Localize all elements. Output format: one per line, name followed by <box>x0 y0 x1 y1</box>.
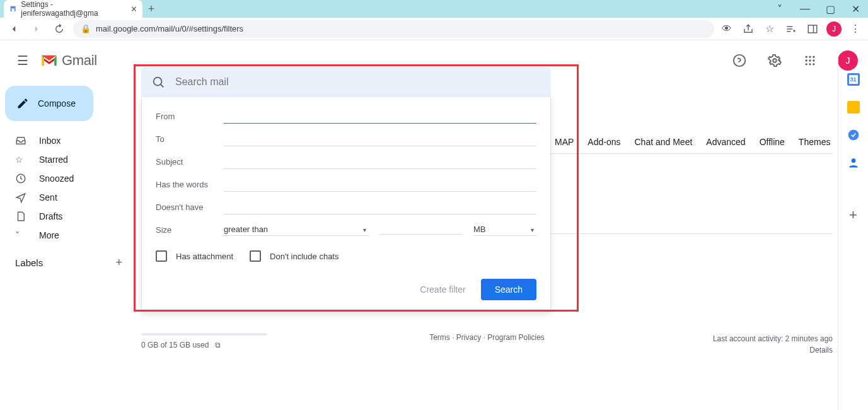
gmail-logo[interactable]: Gmail <box>40 52 97 69</box>
sidebar: Compose Inbox ☆Starred Snoozed Sent Draf… <box>0 81 139 410</box>
size-value-input[interactable] <box>380 225 462 235</box>
sidebar-item-starred[interactable]: ☆Starred <box>0 150 134 169</box>
contacts-icon[interactable] <box>847 156 860 169</box>
close-tab-icon[interactable]: ✕ <box>130 4 137 14</box>
profile-avatar-browser[interactable]: J <box>826 21 842 37</box>
compose-button[interactable]: Compose <box>5 86 93 121</box>
side-panel-rail: 31 + <box>838 58 868 410</box>
size-label: Size <box>156 225 224 235</box>
reload-button[interactable] <box>50 20 68 38</box>
minimize-icon[interactable]: — <box>792 0 818 18</box>
labels-heading: Labels <box>15 257 43 268</box>
search-button[interactable]: Search <box>481 279 536 300</box>
star-icon: ☆ <box>15 155 28 165</box>
maximize-icon[interactable]: ▢ <box>818 0 843 18</box>
inbox-icon <box>15 135 28 146</box>
share-icon[interactable] <box>741 20 756 38</box>
sidebar-item-inbox[interactable]: Inbox <box>0 131 134 150</box>
clock-icon <box>15 173 28 184</box>
compose-label: Compose <box>38 98 76 108</box>
calendar-icon[interactable]: 31 <box>847 73 860 86</box>
size-op-select[interactable]: greater than <box>224 223 369 236</box>
eye-icon[interactable]: 👁 <box>719 20 734 38</box>
filter-panel: From To Subject Has the words Doesn't ha… <box>141 97 551 312</box>
window-controls: ˅ — ▢ ✕ <box>767 0 868 18</box>
svg-line-15 <box>161 85 164 88</box>
lock-icon: 🔒 <box>81 24 91 33</box>
size-unit-select[interactable]: MB <box>473 223 536 236</box>
create-filter-button[interactable]: Create filter <box>420 284 465 295</box>
tab-advanced[interactable]: Advanced <box>706 137 745 147</box>
storage-bar <box>141 333 267 336</box>
send-icon <box>15 192 28 203</box>
panel-icon[interactable] <box>805 20 820 38</box>
svg-point-7 <box>806 59 807 61</box>
open-storage-icon[interactable]: ⧉ <box>215 341 221 349</box>
omnibox[interactable]: 🔒 mail.google.com/mail/u/0/#settings/fil… <box>73 20 714 38</box>
activity-text: Last account activity: 2 minutes ago <box>713 333 833 344</box>
chevron-down-icon: ˅ <box>15 230 28 240</box>
subject-input[interactable] <box>224 154 536 169</box>
sidebar-item-drafts[interactable]: Drafts <box>0 207 134 226</box>
svg-point-17 <box>851 158 855 163</box>
add-label-button[interactable]: + <box>115 256 122 269</box>
storage-text: 0 GB of 15 GB used <box>141 341 209 349</box>
tab-offline[interactable]: Offline <box>760 137 785 147</box>
svg-point-10 <box>806 63 807 65</box>
content-area: MAP Add-ons Chat and Meet Advanced Offli… <box>139 81 868 410</box>
settings-icon[interactable] <box>762 48 787 73</box>
tab-addons[interactable]: Add-ons <box>587 137 620 147</box>
browser-menu-icon[interactable]: ⋮ <box>848 20 863 38</box>
forward-button[interactable] <box>28 20 45 38</box>
svg-point-9 <box>813 59 814 61</box>
keep-icon[interactable] <box>847 101 860 114</box>
browser-titlebar: Settings - jeniferswagathdj@gma ✕ + ˅ — … <box>0 0 868 18</box>
has-attachment-checkbox[interactable] <box>156 250 167 262</box>
policies-link[interactable]: Program Policies <box>487 333 545 342</box>
address-bar: 🔒 mail.google.com/mail/u/0/#settings/fil… <box>0 18 868 40</box>
subject-label: Subject <box>156 157 224 167</box>
playlist-icon[interactable] <box>784 20 799 38</box>
svg-point-11 <box>809 63 811 65</box>
from-input[interactable] <box>224 108 536 124</box>
apps-icon[interactable] <box>797 48 823 73</box>
chevron-down-icon[interactable]: ˅ <box>767 0 792 18</box>
add-addon-button[interactable]: + <box>849 207 857 223</box>
doesnt-have-label: Doesn't have <box>156 202 224 212</box>
url-text: mail.google.com/mail/u/0/#settings/filte… <box>96 24 243 33</box>
dont-include-chats-checkbox[interactable] <box>250 250 261 262</box>
svg-point-12 <box>813 63 814 65</box>
details-link[interactable]: Details <box>713 344 833 356</box>
star-icon[interactable]: ☆ <box>762 20 777 38</box>
has-words-input[interactable] <box>224 177 536 192</box>
gmail-logo-icon <box>40 54 58 67</box>
tasks-icon[interactable] <box>847 129 860 141</box>
search-input[interactable] <box>175 76 541 88</box>
tab-imap-partial[interactable]: MAP <box>555 137 574 147</box>
dont-include-chats-label: Don't include chats <box>270 252 339 261</box>
main-menu-icon[interactable]: ☰ <box>10 48 35 73</box>
support-icon[interactable] <box>727 48 752 73</box>
close-window-icon[interactable]: ✕ <box>843 0 868 18</box>
browser-tab[interactable]: Settings - jeniferswagathdj@gma ✕ <box>4 0 142 18</box>
tab-chat-meet[interactable]: Chat and Meet <box>635 137 693 147</box>
gmail-favicon <box>9 4 17 13</box>
has-words-label: Has the words <box>156 180 224 189</box>
sidebar-item-more[interactable]: ˅More <box>0 226 134 245</box>
from-label: From <box>156 112 224 121</box>
has-attachment-label: Has attachment <box>176 252 233 261</box>
tab-themes[interactable]: Themes <box>799 137 831 147</box>
new-tab-button[interactable]: + <box>142 0 160 18</box>
terms-link[interactable]: Terms <box>429 333 450 342</box>
tab-title: Settings - jeniferswagathdj@gma <box>21 0 127 18</box>
sidebar-item-snoozed[interactable]: Snoozed <box>0 169 134 188</box>
back-button[interactable] <box>5 20 23 38</box>
privacy-link[interactable]: Privacy <box>456 333 481 342</box>
search-bar[interactable] <box>141 67 551 97</box>
doesnt-have-input[interactable] <box>224 199 536 214</box>
svg-rect-0 <box>808 25 817 33</box>
pencil-icon <box>16 97 29 110</box>
to-input[interactable] <box>224 131 536 146</box>
svg-point-16 <box>848 130 859 141</box>
sidebar-item-sent[interactable]: Sent <box>0 188 134 207</box>
